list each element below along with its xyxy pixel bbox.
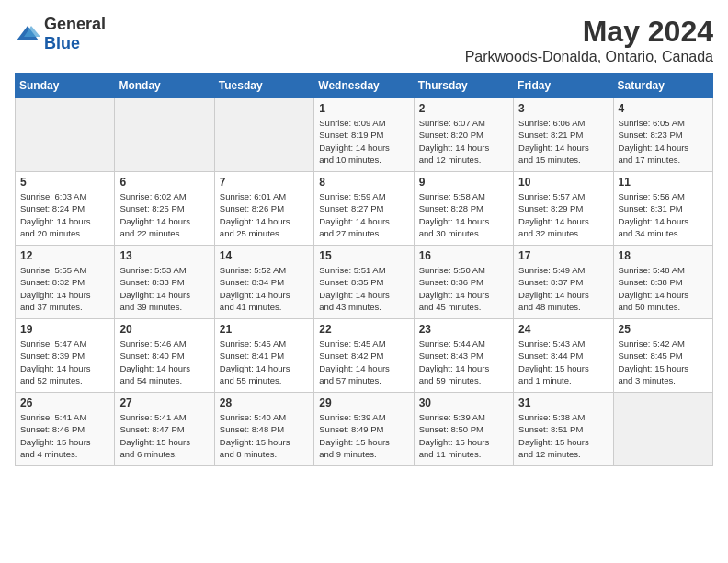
day-number: 4: [619, 102, 708, 115]
week-row-2: 12Sunrise: 5:55 AM Sunset: 8:32 PM Dayli…: [16, 246, 713, 319]
day-info: Sunrise: 5:49 AM Sunset: 8:37 PM Dayligh…: [518, 264, 608, 313]
calendar-cell: 8Sunrise: 5:59 AM Sunset: 8:27 PM Daylig…: [314, 172, 414, 246]
calendar-cell: 1Sunrise: 6:09 AM Sunset: 8:19 PM Daylig…: [314, 98, 414, 172]
day-info: Sunrise: 6:02 AM Sunset: 8:25 PM Dayligh…: [119, 190, 209, 239]
location-title: Parkwoods-Donalda, Ontario, Canada: [465, 49, 713, 65]
calendar-cell: 29Sunrise: 5:39 AM Sunset: 8:49 PM Dayli…: [314, 393, 414, 466]
month-title: May 2024: [465, 15, 713, 49]
week-row-4: 26Sunrise: 5:41 AM Sunset: 8:46 PM Dayli…: [16, 393, 713, 466]
day-info: Sunrise: 5:57 AM Sunset: 8:29 PM Dayligh…: [518, 190, 608, 239]
day-info: Sunrise: 6:03 AM Sunset: 8:24 PM Dayligh…: [20, 190, 109, 239]
day-info: Sunrise: 5:41 AM Sunset: 8:47 PM Dayligh…: [119, 411, 209, 460]
day-info: Sunrise: 5:42 AM Sunset: 8:45 PM Dayligh…: [619, 338, 708, 386]
day-info: Sunrise: 5:50 AM Sunset: 8:36 PM Dayligh…: [419, 264, 508, 313]
calendar-cell: 27Sunrise: 5:41 AM Sunset: 8:47 PM Dayli…: [115, 393, 214, 466]
day-info: Sunrise: 5:43 AM Sunset: 8:44 PM Dayligh…: [518, 338, 608, 386]
day-number: 17: [518, 249, 608, 262]
day-number: 10: [518, 176, 608, 189]
day-number: 5: [20, 176, 109, 189]
calendar-cell: 17Sunrise: 5:49 AM Sunset: 8:37 PM Dayli…: [514, 246, 613, 319]
day-number: 29: [319, 396, 408, 409]
day-info: Sunrise: 5:45 AM Sunset: 8:42 PM Dayligh…: [319, 338, 408, 386]
day-number: 24: [518, 323, 608, 336]
calendar-cell: 31Sunrise: 5:38 AM Sunset: 8:51 PM Dayli…: [514, 393, 613, 466]
day-info: Sunrise: 5:46 AM Sunset: 8:40 PM Dayligh…: [119, 338, 209, 386]
day-number: 2: [419, 102, 508, 115]
day-number: 23: [419, 323, 508, 336]
calendar-cell: 6Sunrise: 6:02 AM Sunset: 8:25 PM Daylig…: [115, 172, 214, 246]
day-number: 3: [518, 102, 608, 115]
day-info: Sunrise: 6:09 AM Sunset: 8:19 PM Dayligh…: [319, 117, 408, 166]
day-number: 31: [518, 396, 608, 409]
calendar-cell: 12Sunrise: 5:55 AM Sunset: 8:32 PM Dayli…: [16, 246, 115, 319]
calendar-cell: [115, 98, 214, 172]
day-info: Sunrise: 5:40 AM Sunset: 8:48 PM Dayligh…: [220, 411, 309, 460]
day-info: Sunrise: 5:47 AM Sunset: 8:39 PM Dayligh…: [20, 338, 109, 386]
calendar-cell: 28Sunrise: 5:40 AM Sunset: 8:48 PM Dayli…: [214, 393, 313, 466]
calendar-cell: 16Sunrise: 5:50 AM Sunset: 8:36 PM Dayli…: [414, 246, 513, 319]
calendar-cell: 25Sunrise: 5:42 AM Sunset: 8:45 PM Dayli…: [613, 319, 712, 393]
day-number: 28: [220, 396, 309, 409]
day-number: 11: [619, 176, 708, 189]
day-number: 26: [20, 396, 109, 409]
header-saturday: Saturday: [613, 74, 712, 98]
calendar-cell: 19Sunrise: 5:47 AM Sunset: 8:39 PM Dayli…: [16, 319, 115, 393]
calendar-cell: 13Sunrise: 5:53 AM Sunset: 8:33 PM Dayli…: [115, 246, 214, 319]
calendar-cell: 9Sunrise: 5:58 AM Sunset: 8:28 PM Daylig…: [414, 172, 513, 246]
day-number: 16: [419, 249, 508, 262]
calendar-cell: 23Sunrise: 5:44 AM Sunset: 8:43 PM Dayli…: [414, 319, 513, 393]
day-info: Sunrise: 5:44 AM Sunset: 8:43 PM Dayligh…: [419, 338, 508, 386]
day-info: Sunrise: 5:39 AM Sunset: 8:49 PM Dayligh…: [319, 411, 408, 460]
day-number: 18: [619, 249, 708, 262]
calendar-cell: 14Sunrise: 5:52 AM Sunset: 8:34 PM Dayli…: [214, 246, 313, 319]
day-info: Sunrise: 6:06 AM Sunset: 8:21 PM Dayligh…: [518, 117, 608, 166]
calendar-cell: 26Sunrise: 5:41 AM Sunset: 8:46 PM Dayli…: [16, 393, 115, 466]
week-row-0: 1Sunrise: 6:09 AM Sunset: 8:19 PM Daylig…: [16, 98, 713, 172]
calendar-cell: 24Sunrise: 5:43 AM Sunset: 8:44 PM Dayli…: [514, 319, 613, 393]
day-info: Sunrise: 5:53 AM Sunset: 8:33 PM Dayligh…: [119, 264, 209, 313]
day-number: 15: [319, 249, 408, 262]
week-row-1: 5Sunrise: 6:03 AM Sunset: 8:24 PM Daylig…: [16, 172, 713, 246]
week-row-3: 19Sunrise: 5:47 AM Sunset: 8:39 PM Dayli…: [16, 319, 713, 393]
calendar-cell: 5Sunrise: 6:03 AM Sunset: 8:24 PM Daylig…: [16, 172, 115, 246]
day-number: 27: [119, 396, 209, 409]
logo-text: General Blue: [44, 15, 106, 53]
title-block: May 2024 Parkwoods-Donalda, Ontario, Can…: [465, 15, 713, 65]
page-header: General Blue May 2024 Parkwoods-Donalda,…: [15, 15, 713, 65]
day-number: 7: [220, 176, 309, 189]
calendar-cell: 3Sunrise: 6:06 AM Sunset: 8:21 PM Daylig…: [514, 98, 613, 172]
header-thursday: Thursday: [414, 74, 513, 98]
day-info: Sunrise: 5:58 AM Sunset: 8:28 PM Dayligh…: [419, 190, 508, 239]
day-info: Sunrise: 5:51 AM Sunset: 8:35 PM Dayligh…: [319, 264, 408, 313]
calendar-cell: 15Sunrise: 5:51 AM Sunset: 8:35 PM Dayli…: [314, 246, 414, 319]
calendar-cell: 20Sunrise: 5:46 AM Sunset: 8:40 PM Dayli…: [115, 319, 214, 393]
calendar-cell: 30Sunrise: 5:39 AM Sunset: 8:50 PM Dayli…: [414, 393, 513, 466]
calendar-cell: 21Sunrise: 5:45 AM Sunset: 8:41 PM Dayli…: [214, 319, 313, 393]
day-number: 21: [220, 323, 309, 336]
day-info: Sunrise: 5:38 AM Sunset: 8:51 PM Dayligh…: [518, 411, 608, 460]
calendar-cell: [16, 98, 115, 172]
day-info: Sunrise: 5:41 AM Sunset: 8:46 PM Dayligh…: [20, 411, 109, 460]
header-wednesday: Wednesday: [314, 74, 414, 98]
header-row: SundayMondayTuesdayWednesdayThursdayFrid…: [16, 74, 713, 98]
day-number: 30: [419, 396, 508, 409]
day-number: 1: [319, 102, 408, 115]
day-number: 19: [20, 323, 109, 336]
day-info: Sunrise: 5:55 AM Sunset: 8:32 PM Dayligh…: [20, 264, 109, 313]
day-number: 12: [20, 249, 109, 262]
calendar-table: SundayMondayTuesdayWednesdayThursdayFrid…: [15, 73, 713, 466]
day-info: Sunrise: 5:52 AM Sunset: 8:34 PM Dayligh…: [220, 264, 309, 313]
day-number: 22: [319, 323, 408, 336]
day-info: Sunrise: 5:48 AM Sunset: 8:38 PM Dayligh…: [619, 264, 708, 313]
calendar-cell: [214, 98, 313, 172]
header-friday: Friday: [514, 74, 613, 98]
header-sunday: Sunday: [16, 74, 115, 98]
calendar-cell: [613, 393, 712, 466]
day-number: 6: [119, 176, 209, 189]
day-number: 8: [319, 176, 408, 189]
day-number: 25: [619, 323, 708, 336]
logo-icon: [15, 24, 40, 44]
calendar-cell: 7Sunrise: 6:01 AM Sunset: 8:26 PM Daylig…: [214, 172, 313, 246]
calendar-cell: 18Sunrise: 5:48 AM Sunset: 8:38 PM Dayli…: [613, 246, 712, 319]
day-info: Sunrise: 6:07 AM Sunset: 8:20 PM Dayligh…: [419, 117, 508, 166]
